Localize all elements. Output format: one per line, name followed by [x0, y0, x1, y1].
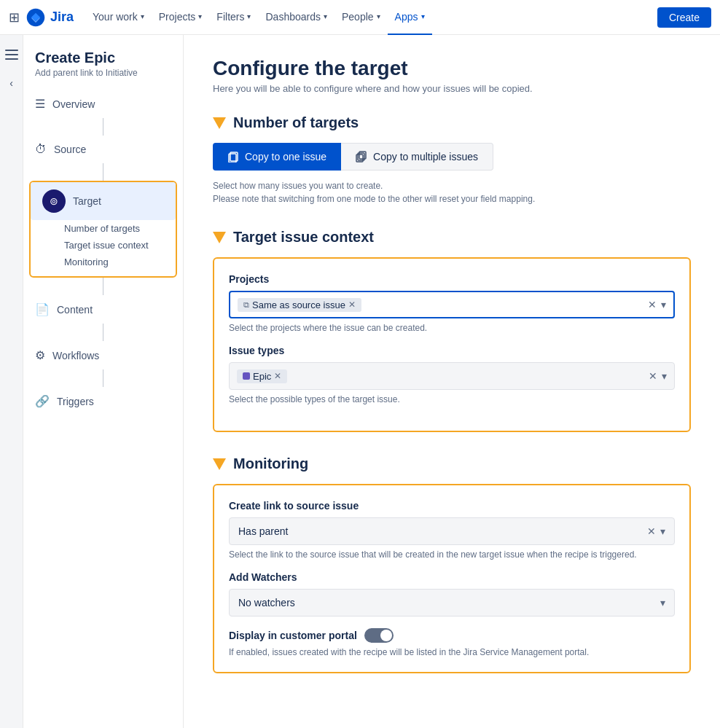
link-dropdown-actions: ✕ ▾	[647, 525, 665, 537]
gear-icon: ⚙	[35, 348, 45, 362]
section-header-context: Target issue context	[213, 229, 691, 246]
chevron-down-icon: ▾	[141, 12, 144, 20]
separator-5	[23, 369, 183, 387]
chevron-down-icon: ▾	[247, 12, 251, 20]
list-icon: ☰	[35, 97, 45, 111]
watchers-value: No watchers	[238, 597, 295, 608]
svg-rect-2	[5, 58, 18, 60]
monitoring-box: Create link to source issue Has parent ✕…	[213, 484, 691, 673]
sidebar-sub-target-issue-context[interactable]: Target issue context	[31, 237, 176, 254]
toggle-knob	[380, 630, 392, 641]
sidebar-header: Create Epic Add parent link to Initiativ…	[23, 50, 183, 90]
nav-projects[interactable]: Projects ▾	[152, 0, 210, 35]
clear-icon-3[interactable]: ✕	[647, 525, 656, 537]
section-triangle-icon-3	[213, 458, 226, 470]
epic-dot-icon	[243, 372, 250, 380]
portal-row: Display in customer portal	[229, 628, 675, 643]
section-header-targets: Number of targets	[213, 114, 691, 131]
nav-filters[interactable]: Filters ▾	[209, 0, 258, 35]
targets-buttons: Copy to one issue Copy to multiple issue…	[213, 143, 691, 171]
copy-multiple-issues-button[interactable]: Copy to multiple issues	[341, 143, 493, 171]
tag-copy-icon: ⧉	[243, 300, 249, 310]
clear-icon-2[interactable]: ✕	[649, 370, 657, 382]
page-subtitle: Here you will be able to configure where…	[213, 83, 691, 94]
issue-types-field: Issue types Epic ✕ ✕ ▾ Select th	[229, 345, 675, 404]
target-icon: ⊚	[42, 189, 66, 213]
separator-2	[23, 163, 183, 181]
watchers-field: Add Watchers No watchers ▾	[229, 571, 675, 617]
issue-types-input[interactable]: Epic ✕ ✕ ▾	[229, 362, 675, 390]
jira-logo-text: Jira	[50, 9, 74, 25]
nav-people[interactable]: People ▾	[334, 0, 388, 35]
link-field: Create link to source issue Has parent ✕…	[229, 500, 675, 560]
hamburger-icon	[5, 50, 18, 60]
chevron-down-icon-4[interactable]: ▾	[660, 597, 665, 608]
chevron-down-icon-3[interactable]: ▾	[660, 525, 665, 537]
target-hint-line1: Select how many issues you want to creat…	[213, 179, 691, 192]
clear-icon[interactable]: ✕	[648, 299, 657, 310]
sidebar-item-content[interactable]: 📄 Content	[23, 295, 183, 324]
chevron-down-icon: ▾	[377, 12, 380, 20]
nav-your-work[interactable]: Your work ▾	[85, 0, 152, 35]
tag-input-actions: ✕ ▾	[648, 299, 666, 310]
link-label: Create link to source issue	[229, 500, 675, 512]
section-triangle-icon	[213, 117, 226, 129]
sidebar-toggle-button[interactable]	[0, 44, 24, 69]
section-monitoring: Monitoring Create link to source issue H…	[213, 455, 691, 673]
section-header-monitoring: Monitoring	[213, 455, 691, 472]
sidebar-subtitle: Add parent link to Initiative	[35, 68, 171, 78]
grid-icon[interactable]: ⊞	[9, 9, 20, 26]
issue-types-label: Issue types	[229, 345, 675, 356]
nav-dashboards[interactable]: Dashboards ▾	[258, 0, 334, 35]
portal-section: Display in customer portal If enabled, i…	[229, 628, 675, 657]
sidebar-sub-number-of-targets[interactable]: Number of targets	[31, 220, 176, 237]
sidebar-item-source[interactable]: ⏱ Source	[23, 136, 183, 163]
copy-multiple-icon	[356, 151, 367, 163]
tag-remove-button[interactable]: ✕	[348, 300, 356, 310]
page-title: Configure the target	[213, 57, 691, 80]
copy-icon	[227, 151, 239, 163]
topnav: ⊞ Jira Your work ▾ Projects ▾ Filters ▾ …	[0, 0, 720, 35]
link-dropdown[interactable]: Has parent ✕ ▾	[229, 517, 675, 545]
nav-apps[interactable]: Apps ▾	[388, 0, 432, 35]
link-hint: Select the link to the source issue that…	[229, 549, 675, 560]
sidebar: Create Epic Add parent link to Initiativ…	[23, 35, 184, 728]
portal-toggle[interactable]	[364, 628, 394, 643]
create-button[interactable]: Create	[657, 7, 711, 28]
portal-label: Display in customer portal	[229, 630, 357, 641]
back-button[interactable]: ‹	[4, 71, 19, 95]
section-title-monitoring: Monitoring	[233, 455, 308, 472]
copy-one-issue-button[interactable]: Copy to one issue	[213, 143, 341, 171]
sidebar-item-workflows[interactable]: ⚙ Workflows	[23, 341, 183, 369]
projects-input[interactable]: ⧉ Same as source issue ✕ ✕ ▾	[229, 291, 675, 318]
chevron-down-icon: ▾	[421, 12, 425, 20]
left-rail: ‹	[0, 35, 23, 728]
sidebar-target-group: ⊚ Target Number of targets Target issue …	[29, 181, 177, 278]
watchers-dropdown[interactable]: No watchers ▾	[229, 589, 675, 617]
separator-4	[23, 324, 183, 341]
target-hint-line2: Please note that switching from one mode…	[213, 192, 691, 206]
document-icon: 📄	[35, 302, 50, 316]
sidebar-item-overview[interactable]: ☰ Overview	[23, 90, 183, 118]
section-title-targets: Number of targets	[233, 114, 359, 131]
source-issue-tag: ⧉ Same as source issue ✕	[238, 298, 361, 312]
issue-types-hint: Select the possible types of the target …	[229, 394, 675, 404]
main-content: Configure the target Here you will be ab…	[184, 35, 720, 728]
chevron-down-icon: ▾	[198, 12, 202, 20]
sidebar-sub-monitoring[interactable]: Monitoring	[31, 254, 176, 270]
sidebar-item-target[interactable]: ⊚ Target	[31, 182, 176, 220]
sidebar-item-triggers[interactable]: 🔗 Triggers	[23, 387, 183, 415]
separator-1	[23, 118, 183, 136]
portal-hint: If enabled, issues created with the reci…	[229, 647, 675, 657]
page-wrapper: ‹ Create Epic Add parent link to Initiat…	[0, 35, 720, 728]
projects-label: Projects	[229, 273, 675, 285]
jira-logo-icon	[26, 7, 46, 28]
sidebar-title: Create Epic	[35, 50, 171, 66]
epic-tag-remove-button[interactable]: ✕	[274, 371, 281, 381]
issue-type-actions: ✕ ▾	[649, 370, 667, 382]
projects-field: Projects ⧉ Same as source issue ✕ ✕ ▾	[229, 273, 675, 333]
section-title-context: Target issue context	[233, 229, 374, 246]
chevron-down-icon[interactable]: ▾	[661, 299, 666, 310]
jira-logo[interactable]: Jira	[26, 7, 74, 28]
chevron-down-icon-2[interactable]: ▾	[662, 370, 667, 382]
